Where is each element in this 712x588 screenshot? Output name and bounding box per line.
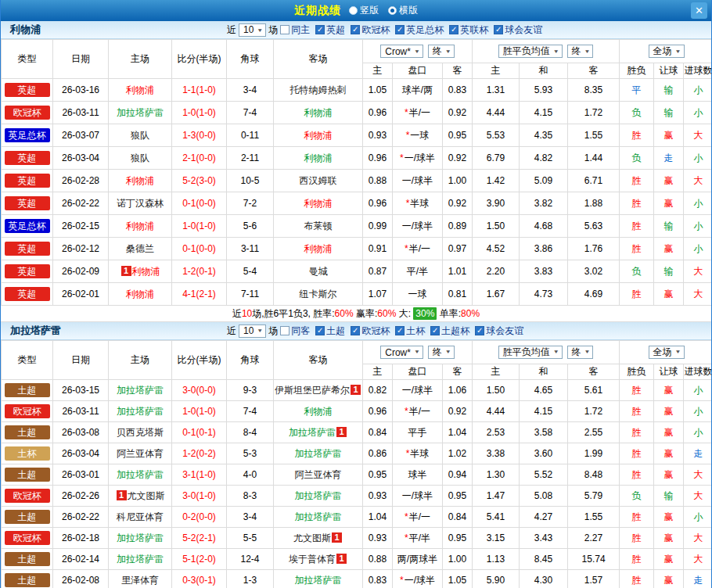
league-badge: 英超 [5,174,50,188]
filter-label: 英足总杯 [406,23,444,37]
favor-star-icon: * [405,511,408,522]
euro-draw-odds: 5.52 [520,464,568,486]
col-header-type: 类型 [2,40,53,79]
league-filter-checkbox[interactable]: ✓英联杯 [449,23,488,37]
handicap-line: 球半 [393,464,443,486]
euro-away-odds: 5.61 [568,380,620,401]
result-handicap: 输 [654,79,684,102]
odds-final-select[interactable]: 终▼ [428,45,455,58]
league-filter-checkbox[interactable]: ✓球会友谊 [494,23,542,37]
euro-home-odds: 1.13 [473,549,520,570]
favor-star-icon: * [405,532,408,543]
league-filter-checkbox[interactable]: ✓土超杯 [430,324,469,338]
favor-star-icon: * [405,243,408,254]
layout-radio-group: 竖版 横版 [349,4,418,17]
recent-label: 近 [227,23,236,37]
odds-final-select[interactable]: 终▼ [428,346,455,359]
league-filter-checkbox[interactable]: ✓球会友谊 [475,324,523,338]
match-date: 26-02-22 [53,507,109,528]
col-header-home: 主场 [109,40,172,79]
euro-final-select[interactable]: 终▼ [567,346,594,359]
league-filter-checkbox[interactable]: ✓土超 [315,324,345,338]
euro-draw-odds: 3.60 [520,443,568,464]
result-handicap: 走 [654,147,684,170]
radio-unselected-icon [349,6,358,15]
asia-home-odds: 0.87 [363,260,393,283]
checkbox-checked-icon: ✓ [315,326,325,335]
asia-away-odds: 1.05 [443,570,473,588]
stat-text: 近 [232,307,242,321]
result-goals: 小 [684,507,712,528]
euro-home-odds: 5.90 [473,570,520,588]
asia-away-odds: 0.95 [443,528,473,549]
close-icon[interactable]: ✕ [691,2,707,19]
league-filter-checkbox[interactable]: ✓土杯 [395,324,425,338]
checkbox-checked-icon: ✓ [494,25,503,34]
sub-euro-draw: 和 [520,364,568,380]
euro-home-odds: 1.30 [473,464,520,486]
league-filter-checkbox[interactable]: ✓欧冠杯 [351,23,390,37]
euro-draw-odds: 3.86 [520,238,568,260]
euro-home-odds: 3.15 [473,528,520,549]
scope-select[interactable]: 全场▼ [649,346,685,359]
score: 0-1(0-0) [172,192,227,215]
stat-text: 80% [461,308,480,319]
odds-source-select[interactable]: Crow*▼ [380,346,423,359]
team-name-text: 曼城 [309,266,328,277]
recent-count-select[interactable]: 10▼ [239,23,266,37]
odds-source-select[interactable]: Crow*▼ [380,45,423,58]
league-filter-checkbox[interactable]: ✓英足总杯 [395,23,444,37]
euro-home-odds: 1.31 [473,79,520,102]
euro-home-odds: 2.53 [473,422,520,443]
league-badge: 英超 [5,287,50,301]
match-row: 欧冠杯26-03-11加拉塔萨雷1-0(1-0)7-4利物浦0.96*半/一0.… [2,401,712,422]
chevron-down-icon: ▼ [414,48,420,54]
checkbox-unchecked-icon [280,326,289,335]
checkbox-checked-icon: ✓ [449,25,458,34]
asia-away-odds: 1.02 [443,443,473,464]
home-team: 1利物浦 [109,260,172,283]
euro-away-odds: 1.57 [568,570,620,588]
league-type-cell: 土超 [2,380,53,401]
stat-text: 大: [396,307,413,321]
euro-odds-group: 胜平负均值▼ 终▼ [473,40,620,63]
euro-final-select[interactable]: 终▼ [567,45,594,58]
asia-home-odds: 0.88 [363,549,393,570]
radio-vertical-layout[interactable]: 竖版 [349,4,379,17]
wdl-average-select[interactable]: 胜平负均值▼ [498,346,563,359]
wdl-average-select[interactable]: 胜平负均值▼ [498,45,563,58]
league-type-cell: 英超 [2,283,53,306]
corners: 10-5 [227,170,274,192]
match-date: 26-02-08 [53,570,109,588]
league-filter-checkbox[interactable]: ✓欧冠杯 [351,324,390,338]
euro-away-odds: 8.48 [568,464,620,486]
home-team: 里泽体育 [109,570,172,588]
filter-label: 欧冠杯 [361,324,390,338]
recent-count-select[interactable]: 10▼ [239,324,266,338]
asia-home-odds: 0.96 [363,102,393,124]
team-name-text: 西汉姆联 [300,175,337,186]
corners: 9-3 [227,380,274,401]
asia-away-odds: 0.89 [443,215,473,238]
scope-select[interactable]: 全场▼ [649,45,685,58]
euro-away-odds: 1.44 [568,147,620,170]
team-name-text: 利物浦 [126,289,154,299]
euro-home-odds: 5.41 [473,507,520,528]
section-team-name: 利物浦 [1,23,225,37]
league-type-cell: 英超 [2,170,53,192]
radio-horizontal-layout[interactable]: 横版 [388,4,418,17]
euro-away-odds: 1.72 [568,102,620,124]
result-wdl: 负 [620,147,654,170]
corners: 1-3 [227,570,274,588]
same-side-filter-checkbox[interactable]: 同客 [280,324,310,338]
league-filter-checkbox[interactable]: ✓英超 [315,23,345,37]
handicap-line: *半球 [393,192,443,215]
same-side-filter-checkbox[interactable]: 同主 [280,23,310,37]
league-type-cell: 土超 [2,507,53,528]
away-team: 布莱顿 [274,215,363,238]
league-badge: 土超 [5,383,50,397]
result-handicap: 赢 [654,528,684,549]
corners: 3-4 [227,507,274,528]
match-date: 26-02-18 [53,528,109,549]
corners: 7-11 [227,283,274,306]
